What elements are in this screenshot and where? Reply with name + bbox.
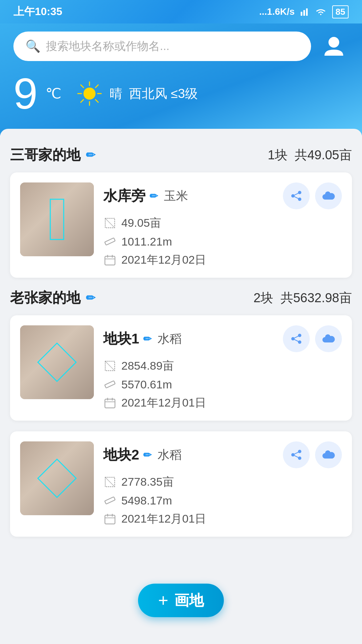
share-button-1[interactable] [283, 182, 310, 209]
share-icon-3 [290, 449, 302, 461]
ruler-svg-icon-1 [104, 235, 116, 248]
field-card-2[interactable]: 地块1 ✏ 水稻 [10, 315, 352, 421]
svg-rect-48 [105, 515, 115, 524]
svg-line-17 [293, 193, 300, 196]
meta-perimeter-1: 1011.21m [103, 235, 342, 248]
group-title-2: 老张家的地 ✏ [10, 288, 95, 307]
field-actions-2 [283, 325, 342, 352]
user-icon[interactable] [319, 32, 349, 61]
svg-line-12 [81, 100, 83, 102]
draw-btn-label: 画地 [174, 591, 204, 610]
field-title-row-2: 地块1 ✏ 水稻 [103, 325, 342, 352]
ruler-svg-icon-2 [104, 378, 116, 390]
sun-icon [76, 80, 103, 107]
share-icon-1 [290, 190, 302, 202]
meta-area-2: 2854.89亩 [103, 358, 342, 374]
search-row: 🔍 搜索地块名称或作物名... [13, 32, 349, 61]
meta-date-2: 2021年12月01日 [103, 395, 342, 411]
meta-area-1: 49.05亩 [103, 215, 342, 231]
user-avatar-icon [322, 34, 346, 58]
meta-area-3: 2778.35亩 [103, 474, 342, 490]
group-edit-icon-1[interactable]: ✏ [86, 148, 95, 162]
svg-line-20 [105, 218, 115, 228]
svg-line-30 [293, 335, 300, 339]
svg-rect-35 [105, 399, 115, 408]
header: 🔍 搜索地块名称或作物名... 9 ℃ [0, 23, 362, 136]
status-right: ...1.6K/s 85 [259, 5, 349, 18]
svg-rect-22 [105, 256, 115, 265]
meta-date-1: 2021年12月02日 [103, 252, 342, 268]
field-card-3[interactable]: 地块2 ✏ 水稻 [10, 431, 352, 537]
field-name-2: 地块1 ✏ 水稻 [103, 329, 182, 348]
weather-details: 晴 西北风 ≤3级 [76, 80, 198, 107]
field-name-3: 地块2 ✏ 水稻 [103, 445, 182, 464]
area-svg-icon-3 [104, 476, 116, 488]
field-title-row-1: 水库旁 ✏ 玉米 [103, 182, 342, 209]
area-icon-1 [103, 216, 117, 230]
share-icon-2 [290, 333, 302, 345]
area-icon-3 [103, 475, 117, 489]
svg-rect-34 [105, 381, 115, 388]
cloud-button-2[interactable] [315, 325, 342, 352]
status-bar: 上午10:35 ...1.6K/s 85 [0, 0, 362, 23]
group-stats-2: 2块 共5632.98亩 [253, 289, 352, 307]
svg-line-9 [81, 85, 83, 88]
svg-line-10 [96, 100, 98, 102]
group-title-1: 三哥家的地 ✏ [10, 146, 95, 164]
search-box[interactable]: 🔍 搜索地块名称或作物名... [13, 32, 311, 61]
field-name-1: 水库旁 ✏ 玉米 [103, 186, 188, 205]
cloud-icon-1 [322, 191, 335, 201]
svg-line-44 [293, 455, 300, 458]
share-button-3[interactable] [283, 441, 310, 468]
svg-line-31 [293, 339, 300, 342]
meta-perimeter-3: 5498.17m [103, 494, 342, 507]
fab-container: + 画地 [138, 584, 224, 617]
meta-date-3: 2021年12月01日 [103, 511, 342, 527]
area-svg-icon-1 [104, 217, 116, 229]
wind-info: 西北风 ≤3级 [129, 85, 198, 102]
field-meta-1: 49.05亩 1011.21m [103, 215, 342, 268]
svg-line-11 [96, 85, 98, 88]
calendar-icon-3 [103, 512, 117, 526]
weather-section: 9 ℃ 晴 西北风 ≤3级 [13, 72, 349, 115]
svg-rect-1 [303, 10, 305, 16]
field-edit-icon-3[interactable]: ✏ [143, 449, 152, 461]
field-info-3: 地块2 ✏ 水稻 [103, 441, 342, 527]
field-actions-3 [283, 441, 342, 468]
svg-line-18 [293, 196, 300, 199]
svg-line-33 [105, 361, 115, 371]
cloud-button-1[interactable] [315, 182, 342, 209]
weather-condition: 晴 [110, 85, 122, 102]
field-actions-1 [283, 182, 342, 209]
svg-line-43 [293, 451, 300, 455]
field-meta-2: 2854.89亩 5570.61m [103, 358, 342, 411]
field-meta-3: 2778.35亩 5498.17m [103, 474, 342, 527]
network-speed: ...1.6K/s [259, 6, 295, 17]
svg-point-3 [328, 37, 339, 48]
field-title-row-3: 地块2 ✏ 水稻 [103, 441, 342, 468]
temp-unit: ℃ [46, 86, 61, 102]
battery-level: 85 [332, 5, 349, 18]
cloud-button-3[interactable] [315, 441, 342, 468]
group-header-1: 三哥家的地 ✏ 1块 共49.05亩 [10, 146, 352, 164]
share-button-2[interactable] [283, 325, 310, 352]
field-thumbnail-1 [20, 182, 94, 256]
field-info-1: 水库旁 ✏ 玉米 [103, 182, 342, 268]
field-edit-icon-1[interactable]: ✏ [149, 190, 158, 202]
meta-perimeter-2: 5570.61m [103, 378, 342, 391]
field-info-2: 地块1 ✏ 水稻 [103, 325, 342, 411]
field-card-1[interactable]: 水库旁 ✏ 玉米 [10, 172, 352, 278]
svg-line-46 [105, 477, 115, 487]
main-content: 三哥家的地 ✏ 1块 共49.05亩 水库旁 ✏ 玉米 [0, 129, 362, 577]
calendar-svg-icon-1 [104, 254, 116, 266]
calendar-svg-icon-2 [104, 397, 116, 409]
group-edit-icon-2[interactable]: ✏ [86, 291, 95, 305]
field-outline-2 [35, 340, 79, 384]
field-thumbnail-2 [20, 325, 94, 399]
field-edit-icon-2[interactable]: ✏ [143, 333, 152, 345]
svg-rect-0 [301, 12, 302, 16]
calendar-icon-2 [103, 396, 117, 410]
svg-marker-26 [38, 343, 76, 381]
wifi-icon [315, 7, 327, 16]
draw-land-button[interactable]: + 画地 [138, 584, 224, 617]
